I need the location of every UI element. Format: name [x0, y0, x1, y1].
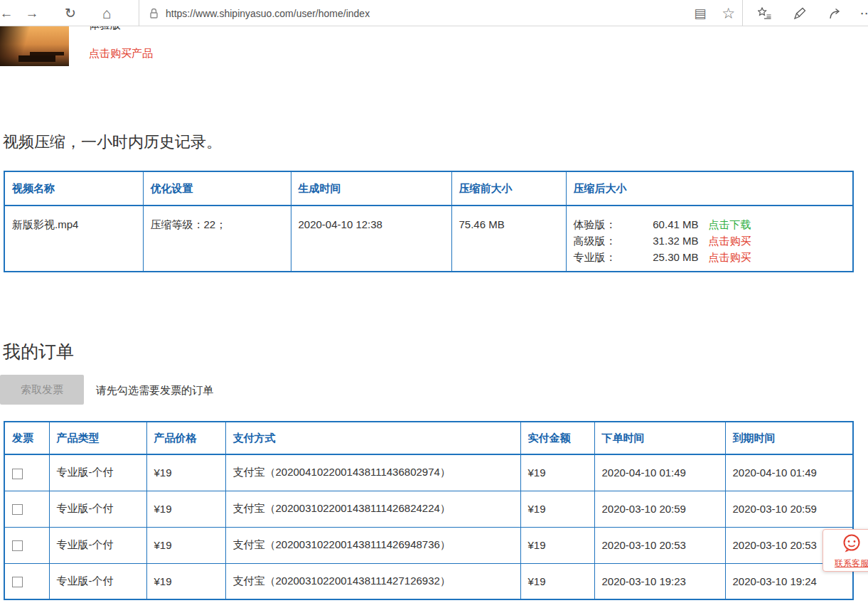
- history-heading: 视频压缩，一小时内历史记录。: [3, 132, 222, 153]
- history-table: 视频名称 优化设置 生成时间 压缩前大小 压缩后大小 新版影视.mp4 压缩等级…: [4, 171, 854, 272]
- paid-amount: ¥19: [520, 527, 594, 563]
- reading-view-icon[interactable]: ▤: [694, 6, 706, 21]
- paid-amount: ¥19: [520, 563, 594, 599]
- order-row: 专业版-个付 ¥19 支付宝（2020031022001438111426824…: [4, 491, 853, 527]
- col-order-time: 下单时间: [594, 422, 725, 454]
- order-time: 2020-03-10 19:23: [594, 563, 725, 599]
- buy-link[interactable]: 点击购买: [709, 249, 751, 265]
- request-invoice-button[interactable]: 索取发票: [0, 375, 84, 405]
- paid-amount: ¥19: [520, 491, 594, 527]
- orders-table: 发票 产品类型 产品价格 支付方式 实付金额 下单时间 到期时间 专业版-个付 …: [4, 421, 854, 600]
- version-label: 体验版：: [574, 216, 635, 233]
- orders-header-row: 发票 产品类型 产品价格 支付方式 实付金额 下单时间 到期时间: [4, 422, 853, 454]
- version-size: 25.30 MB: [635, 249, 699, 265]
- home-icon[interactable]: ⌂: [95, 0, 119, 26]
- history-header-row: 视频名称 优化设置 生成时间 压缩前大小 压缩后大小: [4, 171, 853, 206]
- invoice-checkbox[interactable]: [12, 577, 23, 587]
- forward-icon[interactable]: →: [20, 0, 44, 26]
- order-row: 专业版-个付 ¥19 支付宝（2020031022001438111426948…: [4, 527, 853, 563]
- more-icon[interactable]: ⋯: [854, 0, 868, 26]
- size-after-cell: 体验版： 60.41 MB 点击下载 高级版： 31.32 MB 点击购买 专业…: [566, 206, 853, 272]
- back-icon[interactable]: ←: [0, 0, 18, 26]
- favorites-hub-icon[interactable]: [752, 0, 776, 26]
- version-line: 高级版： 31.32 MB 点击购买: [574, 233, 846, 249]
- col-optimize-settings: 优化设置: [143, 171, 291, 206]
- version-size: 31.32 MB: [635, 233, 699, 249]
- version-label: 专业版：: [574, 249, 635, 265]
- col-product-price: 产品价格: [146, 422, 225, 454]
- expire-time: 2020-03-10 20:59: [725, 491, 853, 527]
- browser-chrome: ← → ↻ ⌂ https://www.shipinyasuo.com/user…: [0, 0, 868, 26]
- invoice-checkbox-cell: [4, 491, 49, 527]
- favorite-star-icon[interactable]: ☆: [722, 5, 735, 22]
- invoice-checkbox-cell: [4, 563, 49, 599]
- invoice-checkbox-cell: [4, 454, 49, 491]
- version-line: 体验版： 60.41 MB 点击下载: [574, 216, 846, 233]
- product-type: 专业版-个付: [49, 491, 146, 527]
- orders-heading: 我的订单: [3, 340, 74, 363]
- payment-method: 支付宝（2020041022001438111436802974）: [225, 454, 520, 491]
- product-type: 专业版-个付: [49, 563, 146, 599]
- order-row: 专业版-个付 ¥19 支付宝（2020041022001438111436802…: [4, 454, 853, 491]
- invoice-checkbox-cell: [4, 527, 49, 563]
- order-time: 2020-03-10 20:59: [594, 491, 725, 527]
- col-size-before: 压缩前大小: [451, 171, 566, 206]
- lock-icon: [149, 8, 159, 19]
- payment-method: 支付宝（2020031022001438111427126932）: [225, 563, 520, 599]
- product-price: ¥19: [146, 563, 225, 599]
- product-price: ¥19: [146, 454, 225, 491]
- invoice-checkbox[interactable]: [12, 504, 23, 515]
- product-price: ¥19: [146, 527, 225, 563]
- history-row: 新版影视.mp4 压缩等级：22； 2020-04-10 12:38 75.46…: [4, 206, 853, 272]
- col-payment-method: 支付方式: [225, 422, 520, 454]
- version-size: 60.41 MB: [635, 216, 699, 233]
- refresh-icon[interactable]: ↻: [58, 0, 82, 26]
- col-size-after: 压缩后大小: [566, 171, 853, 206]
- col-expire-time: 到期时间: [725, 422, 853, 454]
- invoice-checkbox[interactable]: [12, 540, 23, 551]
- customer-service-icon: [841, 544, 862, 556]
- url-text[interactable]: https://www.shipinyasuo.com/user/home/in…: [166, 8, 694, 19]
- paid-amount: ¥19: [520, 454, 594, 491]
- payment-method: 支付宝（2020031022001438111426824224）: [225, 491, 520, 527]
- generate-time: 2020-04-10 12:38: [291, 206, 451, 272]
- version-label: 高级版：: [574, 233, 635, 249]
- customer-service-widget[interactable]: 联系客服: [823, 529, 868, 572]
- customer-service-label[interactable]: 联系客服: [823, 557, 868, 570]
- version-line: 专业版： 25.30 MB 点击购买: [574, 249, 846, 265]
- product-type: 专业版-个付: [49, 454, 146, 491]
- address-bar[interactable]: https://www.shipinyasuo.com/user/home/in…: [139, 0, 743, 26]
- download-link[interactable]: 点击下载: [709, 216, 751, 233]
- size-before: 75.46 MB: [451, 206, 566, 272]
- optimize-settings: 压缩等级：22；: [143, 206, 291, 272]
- col-video-name: 视频名称: [4, 171, 143, 206]
- expire-time: 2020-04-10 01:49: [725, 454, 853, 491]
- order-time: 2020-04-10 01:49: [594, 454, 725, 491]
- payment-method: 支付宝（2020031022001438111426948736）: [225, 527, 520, 563]
- buy-link[interactable]: 点击购买: [709, 233, 751, 249]
- col-product-type: 产品类型: [49, 422, 146, 454]
- col-generate-time: 生成时间: [291, 171, 451, 206]
- col-paid-amount: 实付金额: [520, 422, 594, 454]
- invoice-checkbox[interactable]: [12, 469, 23, 479]
- share-icon[interactable]: [823, 0, 847, 26]
- product-thumbnail: [0, 26, 69, 66]
- col-invoice: 发票: [4, 422, 49, 454]
- order-time: 2020-03-10 20:53: [594, 527, 725, 563]
- order-row: 专业版-个付 ¥19 支付宝（2020031022001438111427126…: [4, 563, 853, 599]
- buy-product-link[interactable]: 点击购买产品: [89, 47, 153, 60]
- video-name: 新版影视.mp4: [4, 206, 143, 272]
- invoice-hint: 请先勾选需要发票的订单: [96, 384, 213, 397]
- product-type: 专业版-个付: [49, 527, 146, 563]
- product-price: ¥19: [146, 491, 225, 527]
- ink-pen-icon[interactable]: [788, 0, 812, 26]
